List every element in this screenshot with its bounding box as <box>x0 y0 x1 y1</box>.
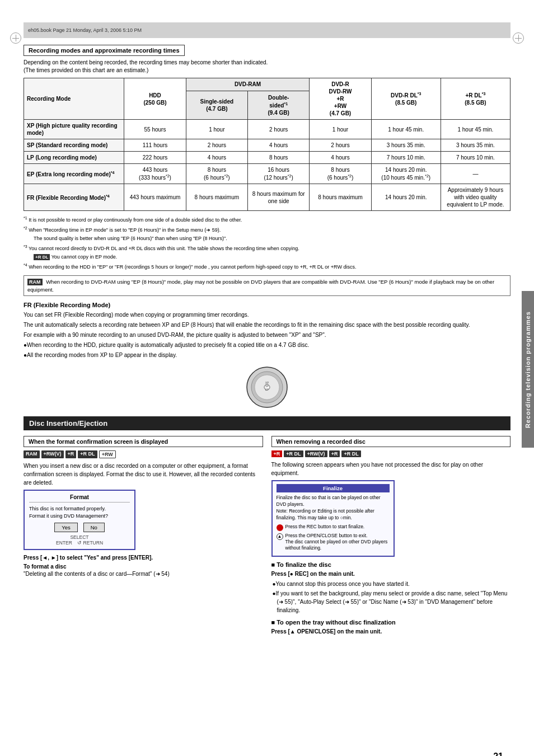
row-fr-double: 8 hours maximum for one side <box>248 184 310 211</box>
right-badges: +R +R DL +RW(V) +R +R DL <box>271 450 511 457</box>
row-xp-hdd: 55 hours <box>124 120 186 139</box>
badge-rdl2-right: +R DL <box>341 450 360 457</box>
finalize-title: Finalize <box>277 484 390 492</box>
header-bar: eh05.book Page 21 Monday, April 3, 2006 … <box>24 22 510 38</box>
to-finalize-title: ■ To finalize the disc <box>271 561 511 568</box>
intro-text-1: Depending on the content being recorded,… <box>24 59 510 74</box>
row-lp-double: 8 hours <box>248 152 310 164</box>
footnote-3a: *3 You cannot record directly to DVD-R D… <box>24 244 510 253</box>
row-sp-double: 4 hours <box>248 139 310 152</box>
badge-rwv-right: +RW(V) <box>305 450 327 457</box>
finalize-row-1: Press the REC button to start finalize. <box>277 524 390 531</box>
left-badges: RAM +RW(V) +R +R DL +RW <box>24 450 263 458</box>
right-column: When removing a recorded disc +R +R DL +… <box>271 436 511 638</box>
finalize-text: Finalize the disc so that is can be play… <box>277 495 390 522</box>
disc-section-header: Disc Insertion/Ejection <box>24 416 510 430</box>
footnote-2a: *2 When "Recording time in EP mode" is s… <box>24 226 510 234</box>
row-xp-double: 2 hours <box>248 120 310 139</box>
fr-para-1: You can set FR (Flexible Recording) mode… <box>24 311 510 319</box>
fr-para-5: ●All the recording modes from XP to EP a… <box>24 351 510 359</box>
dialog-no-btn[interactable]: No <box>83 523 105 532</box>
recording-modes-section: Recording modes and approximate recordin… <box>24 39 510 296</box>
recording-section-title: Recording modes and approximate recordin… <box>24 45 185 56</box>
row-ep-hdd: 443 hours(333 hours*2) <box>124 164 186 184</box>
row-fr-single: 8 hours maximum <box>186 184 247 211</box>
sidebar-text: Recording television programmes <box>524 311 531 428</box>
finalize-dialog: Finalize Finalize the disc so that is ca… <box>271 480 395 557</box>
to-open-tray-section: ■ To open the tray without disc finaliza… <box>271 619 511 636</box>
left-column: When the format confirmation screen is d… <box>24 436 263 638</box>
disc-insertion-section: Disc Insertion/Ejection When the format … <box>24 416 510 638</box>
badge-rw: +RW <box>99 450 116 458</box>
note-box: RAM When recording to DVD-RAM using "EP … <box>24 275 510 296</box>
recording-table: Recording Mode HDD(250 GB) DVD-RAM DVD-R… <box>24 78 510 211</box>
badge-r-right: +R <box>271 450 283 457</box>
format-link-text: "Deleting all the contents of a disc or … <box>24 571 263 577</box>
dialog-text: This disc is not formatted properly.Form… <box>29 505 130 519</box>
finalize-row2-text: Press the OPEN/CLOSE button to exit.The … <box>285 533 390 551</box>
col-header-hdd: HDD(250 GB) <box>124 78 186 120</box>
row-xp-dvdr: 1 hour <box>310 120 371 139</box>
row-lp-mode: LP (Long recording mode) <box>24 152 124 164</box>
row-ep-single: 8 hours(6 hours*2) <box>186 164 247 184</box>
dialog-title: Format <box>29 494 130 503</box>
row-lp-dvdr: 4 hours <box>310 152 371 164</box>
right-text-1: The following screen appears when you ha… <box>271 461 511 477</box>
row-lp-dvdrdl: 7 hours 10 min. <box>371 152 441 164</box>
row-xp-dvdrdl: 1 hour 45 min. <box>371 120 441 139</box>
row-ep-dvdr: 8 hours(6 hours*2) <box>310 164 371 184</box>
badge-rdl: +R DL <box>78 450 97 458</box>
col-header-dvdr: DVD-RDVD-RW+R+RW(4.7 GB) <box>310 78 371 120</box>
dialog-nav: SELECTENTER ↺ RETURN <box>29 534 130 546</box>
disc-svg: XP SP EP <box>245 365 289 410</box>
finalize-row1-text: Press the REC button to start finalize. <box>285 524 365 530</box>
footnote-1: *1 It is not possible to record or play … <box>24 215 510 224</box>
table-row-ep: EP (Extra long recording mode)*4 443 hou… <box>24 164 510 184</box>
fr-para-2: The unit automatically selects a recordi… <box>24 321 510 329</box>
row-ep-plusrdl: — <box>441 164 510 184</box>
left-subtitle: When the format confirmation screen is d… <box>24 436 263 447</box>
table-row-sp: SP (Standard recording mode) 111 hours 2… <box>24 139 510 152</box>
col-header-plusrdl: +R DL*3(8.5 GB) <box>441 78 510 120</box>
disc-image-container: XP SP EP <box>24 365 510 411</box>
format-dialog: Format This disc is not formatted proper… <box>24 490 135 550</box>
col-header-dvdram: DVD-RAM <box>186 78 310 91</box>
row-fr-dvdr: 8 hours maximum <box>310 184 371 211</box>
to-finalize-bullet-2: ●If you want to set the background, play… <box>271 589 511 614</box>
to-finalize-bullet-1: ●You cannot stop this process once you h… <box>271 580 511 588</box>
press-instruction: Press [◄, ►] to select "Yes" and press [… <box>24 555 263 561</box>
corner-mark-tl <box>10 32 21 44</box>
fr-para-3: For example with a 90 minute recording t… <box>24 331 510 339</box>
page-wrapper: Recording television programmes 21 RQT83… <box>0 22 534 756</box>
fr-para-4: ●When recording to the HDD, picture qual… <box>24 341 510 349</box>
ram-badge: RAM <box>27 279 43 285</box>
col-header-single-sided: Single-sided(4.7 GB) <box>186 91 247 119</box>
row-xp-mode: XP (High picture quality recording mode) <box>24 120 124 139</box>
table-row-lp: LP (Long recording mode) 222 hours 4 hou… <box>24 152 510 164</box>
row-xp-plusrdl: 1 hour 45 min. <box>441 120 510 139</box>
dialog-yes-btn[interactable]: Yes <box>54 523 78 532</box>
row-sp-mode: SP (Standard recording mode) <box>24 139 124 152</box>
col-header-double-sided: Double-sided*1(9.4 GB) <box>248 91 310 119</box>
row-sp-plusrdl: 3 hours 35 min. <box>441 139 510 152</box>
vertical-sidebar: Recording television programmes <box>522 291 534 448</box>
fr-flexible-section: FR (Flexible Recording Mode) You can set… <box>24 302 510 411</box>
dialog-buttons: Yes No <box>29 523 130 532</box>
badge-ram: RAM <box>24 450 40 458</box>
badge-rdl-right: +R DL <box>284 450 303 457</box>
header-bar-text: eh05.book Page 21 Monday, April 3, 2006 … <box>28 27 142 33</box>
finalize-open-icon: ▲ <box>277 533 283 540</box>
row-fr-dvdrdl: 14 hours 20 min. <box>371 184 441 211</box>
table-row-fr: FR (Flexible Recording Mode)*4 443 hours… <box>24 184 510 211</box>
row-fr-hdd: 443 hours maximum <box>124 184 186 211</box>
row-ep-dvdrdl: 14 hours 20 min.(10 hours 45 min.*2) <box>371 164 441 184</box>
footnote-2b: The sound quality is better when using "… <box>24 235 510 243</box>
intro-line-2: (The times provided on this chart are an… <box>24 67 510 74</box>
main-content: eh05.book Page 21 Monday, April 3, 2006 … <box>24 22 510 638</box>
row-sp-single: 2 hours <box>186 139 247 152</box>
two-col-layout: When the format confirmation screen is d… <box>24 436 510 638</box>
badge-r: +R <box>65 450 77 458</box>
col-header-dvdrdl: DVD-R DL*3(8.5 GB) <box>371 78 441 120</box>
row-lp-hdd: 222 hours <box>124 152 186 164</box>
row-fr-mode: FR (Flexible Recording Mode)*4 <box>24 184 124 211</box>
